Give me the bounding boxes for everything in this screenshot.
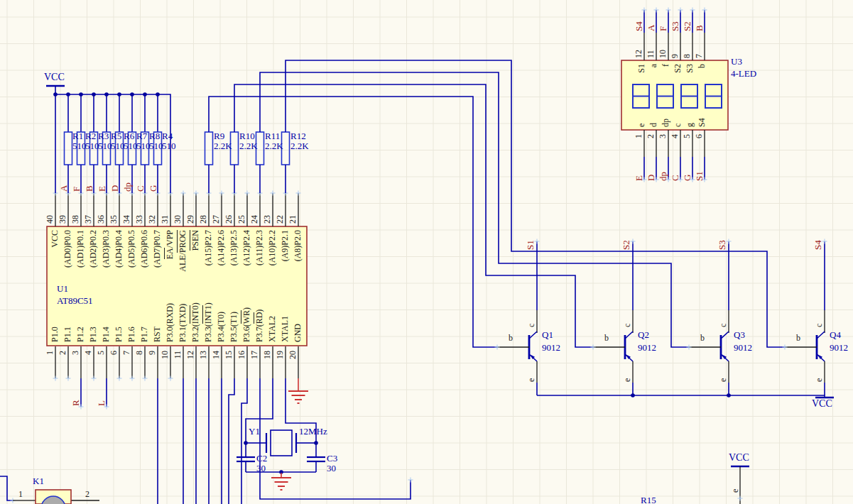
capacitor-designator[interactable]: C3 xyxy=(327,454,337,464)
transistor-part[interactable]: 9012 xyxy=(542,343,560,353)
pin-number: 1 xyxy=(45,351,55,464)
resistor-designator[interactable]: R11 xyxy=(265,131,280,141)
net-label[interactable]: S1 xyxy=(695,67,704,181)
pin-name: b xyxy=(700,333,705,343)
pin-number: 18 xyxy=(263,351,272,464)
capacitor-designator[interactable]: C2 xyxy=(256,454,267,464)
pin-number: 17 xyxy=(250,351,259,464)
transistor-designator[interactable]: Q2 xyxy=(638,330,649,340)
pin-name: e xyxy=(719,268,728,382)
capacitor-value[interactable]: 30 xyxy=(256,464,266,473)
wire[interactable] xyxy=(0,476,13,500)
pin-name: P3.2(INT0) xyxy=(191,229,200,342)
pin-number: 16 xyxy=(237,351,246,464)
pin-number: 27 xyxy=(212,110,221,224)
net-label[interactable]: S3 xyxy=(717,136,727,250)
pin-name: b xyxy=(604,333,609,343)
net-label[interactable]: C xyxy=(670,67,680,181)
transistor-designator[interactable]: Q3 xyxy=(734,330,745,340)
pin-number: 13 xyxy=(199,351,208,464)
junction-dot xyxy=(631,393,635,398)
transistor-part[interactable]: 9012 xyxy=(638,343,656,353)
net-label[interactable]: L xyxy=(97,292,106,406)
pin-number: 25 xyxy=(237,110,246,224)
pin-name: XTAL1 xyxy=(281,229,290,342)
pin-name: P3.0(RXD) xyxy=(165,229,175,342)
resistor-value[interactable]: 2.2K xyxy=(239,141,258,151)
pin-number: 19 xyxy=(276,351,285,464)
resistor-designator[interactable]: R12 xyxy=(290,131,306,141)
pin-number: 15 xyxy=(224,351,234,464)
net-label[interactable]: F xyxy=(72,78,81,192)
u3-designator[interactable]: U3 xyxy=(731,57,742,67)
net-label[interactable]: A xyxy=(59,78,68,192)
net-label[interactable]: B xyxy=(85,78,94,192)
pin-name: b xyxy=(796,333,800,343)
pin-number: 9 xyxy=(148,351,157,464)
pin-name: e xyxy=(623,268,632,382)
net-label[interactable]: E xyxy=(634,67,643,181)
pin-name: XTAL2 xyxy=(268,229,277,342)
resistor-value[interactable]: 2.2K xyxy=(290,141,309,151)
pin-number: 7 xyxy=(122,351,131,464)
resistor-value[interactable]: 2.2K xyxy=(265,141,283,151)
resistor-designator[interactable]: R9 xyxy=(214,131,224,141)
pin-number: 2 xyxy=(58,351,67,464)
net-label[interactable]: dp xyxy=(123,78,132,192)
net-label[interactable]: dp xyxy=(658,67,668,181)
pin-number: 2 xyxy=(85,489,89,499)
pin-number: 14 xyxy=(212,351,221,464)
pin-number: 29 xyxy=(186,110,195,224)
junction-dot xyxy=(727,393,731,398)
pin-name: e xyxy=(527,268,536,382)
pin-number: 10 xyxy=(161,351,170,464)
wire[interactable] xyxy=(537,395,825,398)
net-label[interactable]: D xyxy=(110,78,119,192)
pin-number: 31 xyxy=(161,110,170,224)
resistor-designator[interactable]: R15 xyxy=(641,495,656,504)
net-label[interactable]: S2 xyxy=(621,136,631,250)
pin-number: 1 xyxy=(18,489,23,499)
transistor-designator[interactable]: Q4 xyxy=(830,330,841,340)
capacitor-value[interactable]: 30 xyxy=(327,464,336,473)
pin-name: GND xyxy=(293,229,303,342)
u3-part-label[interactable]: 4-LED xyxy=(731,69,756,79)
net-label[interactable]: S1 xyxy=(526,136,535,250)
net-label[interactable]: D xyxy=(646,67,656,181)
pin-number: 8 xyxy=(135,351,144,464)
net-label[interactable]: G xyxy=(148,78,158,192)
pin-number: 28 xyxy=(199,110,208,224)
pin-name: P1.0 xyxy=(50,229,60,342)
pin-name: b xyxy=(509,333,513,343)
net-label[interactable]: S4 xyxy=(813,136,822,250)
net-label[interactable]: G xyxy=(683,67,692,181)
resistor-value[interactable]: 510 xyxy=(162,141,176,151)
button-designator[interactable]: K1 xyxy=(33,476,44,486)
pin-number: 11 xyxy=(173,351,183,464)
pin-number: 20 xyxy=(288,351,298,464)
transistor-part[interactable]: 9012 xyxy=(830,343,848,353)
pin-name: P3.7(RD) xyxy=(255,229,264,342)
crystal-designator[interactable]: Y1 xyxy=(249,427,260,437)
pin-name: P3.5(T1) xyxy=(229,229,239,342)
pin-number: 30 xyxy=(173,110,183,224)
resistor-designator[interactable]: R10 xyxy=(239,131,255,141)
pin-number: 12 xyxy=(186,351,195,464)
junction-dot xyxy=(53,92,58,97)
net-label[interactable]: C xyxy=(136,78,145,192)
pin-name: P3.1(TXD) xyxy=(178,229,188,342)
vcc-label[interactable]: VCC xyxy=(812,399,832,409)
pin-number: 6 xyxy=(109,351,119,464)
pin-number: 21 xyxy=(288,110,298,224)
pin-name: P1.6 xyxy=(127,229,136,342)
crystal-value[interactable]: 12MHz xyxy=(299,427,327,437)
resistor-designator[interactable]: R4 xyxy=(162,131,173,141)
transistor-designator[interactable]: Q1 xyxy=(542,330,553,340)
transistor-part[interactable]: 9012 xyxy=(734,343,752,353)
pin-number: 24 xyxy=(250,110,259,224)
net-label[interactable]: R xyxy=(71,292,80,406)
pin-name: RST xyxy=(153,229,162,342)
resistor-value[interactable]: 2.2K xyxy=(214,141,232,151)
net-label[interactable]: E xyxy=(97,78,107,192)
pin-name: P3.3(INT1) xyxy=(204,229,213,342)
